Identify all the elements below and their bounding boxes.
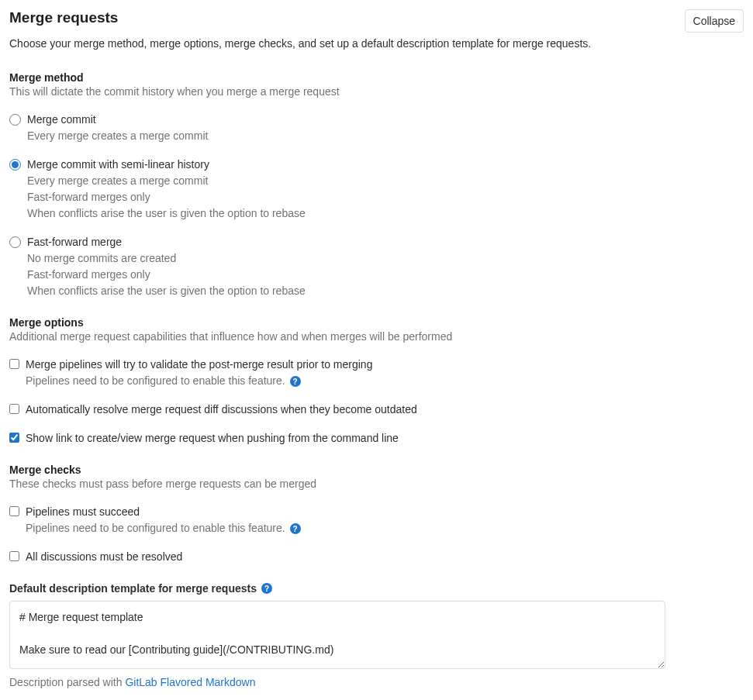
collapse-button[interactable]: Collapse — [685, 9, 744, 33]
help-icon[interactable]: ? — [290, 376, 301, 387]
merge-pipelines-label: Merge pipelines will try to validate the… — [26, 357, 744, 373]
semi-linear-sub-2: When conflicts arise the user is given t… — [27, 205, 744, 222]
merge-commit-radio[interactable] — [9, 114, 21, 126]
auto-resolve-label: Automatically resolve merge request diff… — [26, 402, 744, 418]
merge-pipelines-sub: Pipelines need to be configured to enabl… — [26, 373, 744, 389]
show-link-checkbox[interactable] — [9, 433, 19, 443]
fast-forward-label: Fast-forward merge — [27, 234, 744, 250]
auto-resolve-checkbox[interactable] — [9, 404, 19, 414]
semi-linear-sub-1: Fast-forward merges only — [27, 189, 744, 205]
merge-options-title: Merge options — [9, 316, 744, 329]
merge-commit-sub: Every merge creates a merge commit — [27, 128, 744, 144]
discussions-resolved-label: All discussions must be resolved — [26, 549, 744, 565]
help-icon[interactable]: ? — [290, 523, 301, 534]
pipelines-succeed-checkbox[interactable] — [9, 506, 19, 516]
page-subtitle: Choose your merge method, merge options,… — [9, 37, 744, 50]
merge-method-title: Merge method — [9, 71, 744, 84]
merge-method-desc: This will dictate the commit history whe… — [9, 85, 744, 98]
merge-checks-desc: These checks must pass before merge requ… — [9, 478, 744, 490]
merge-checks-group: Pipelines must succeed Pipelines need to… — [9, 504, 744, 565]
template-label-row: Default description template for merge r… — [9, 582, 744, 595]
discussions-resolved-checkbox[interactable] — [9, 551, 19, 561]
page-title: Merge requests — [9, 9, 118, 26]
semi-linear-label: Merge commit with semi-linear history — [27, 157, 744, 173]
merge-checks-title: Merge checks — [9, 464, 744, 476]
merge-options-desc: Additional merge request capabilities th… — [9, 330, 744, 343]
merge-method-group: Merge commit Every merge creates a merge… — [9, 112, 744, 299]
fast-forward-radio[interactable] — [9, 236, 21, 248]
fast-forward-sub-2: When conflicts arise the user is given t… — [27, 283, 744, 299]
gitlab-markdown-link[interactable]: GitLab Flavored Markdown — [125, 676, 255, 688]
fast-forward-sub-0: No merge commits are created — [27, 250, 744, 267]
template-label: Default description template for merge r… — [9, 582, 257, 595]
semi-linear-sub-0: Every merge creates a merge commit — [27, 173, 744, 189]
fast-forward-sub-1: Fast-forward merges only — [27, 267, 744, 283]
show-link-label: Show link to create/view merge request w… — [26, 430, 744, 447]
pipelines-succeed-label: Pipelines must succeed — [26, 504, 744, 520]
merge-options-group: Merge pipelines will try to validate the… — [9, 357, 744, 447]
template-textarea[interactable] — [9, 601, 665, 669]
semi-linear-radio[interactable] — [9, 159, 21, 171]
help-icon[interactable]: ? — [261, 583, 272, 594]
merge-commit-label: Merge commit — [27, 112, 744, 128]
markdown-note: Description parsed with GitLab Flavored … — [9, 676, 744, 688]
pipelines-succeed-sub: Pipelines need to be configured to enabl… — [26, 520, 744, 536]
merge-pipelines-checkbox[interactable] — [9, 359, 19, 369]
